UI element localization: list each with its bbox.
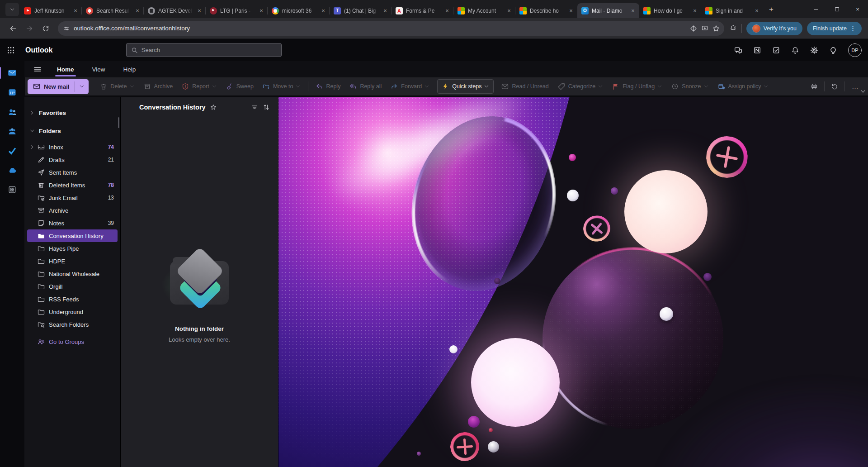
back-icon[interactable] xyxy=(6,22,20,35)
toolbar-undo[interactable] xyxy=(827,79,842,94)
chevron-down-icon[interactable] xyxy=(29,128,35,133)
site-info-icon[interactable] xyxy=(63,25,70,32)
browser-tab[interactable]: Jeff Knutson× xyxy=(20,3,82,18)
verify-profile-button[interactable]: Verify it's you xyxy=(746,22,802,35)
rail-groups-icon[interactable] xyxy=(5,124,19,138)
tab-close-icon[interactable]: × xyxy=(753,7,760,14)
tab-close-icon[interactable]: × xyxy=(382,7,389,14)
onenote-icon[interactable] xyxy=(753,46,761,54)
split-screen-icon[interactable] xyxy=(690,25,697,32)
scrollbar-thumb[interactable] xyxy=(118,117,119,128)
folder-item-drafts[interactable]: Drafts21 xyxy=(27,153,118,166)
toolbar-delete[interactable]: Delete xyxy=(96,79,138,94)
tips-bulb-icon[interactable] xyxy=(829,46,837,54)
toolbar-archive[interactable]: Archive xyxy=(140,79,177,94)
go-to-groups-link[interactable]: Go to Groups xyxy=(27,335,118,348)
maximize-button[interactable] xyxy=(826,0,847,18)
tab-close-icon[interactable]: × xyxy=(505,7,513,14)
toolbar-print[interactable] xyxy=(807,79,822,94)
filter-icon[interactable] xyxy=(251,104,258,111)
refresh-icon[interactable] xyxy=(39,22,52,35)
toolbar-sweep[interactable]: Sweep xyxy=(222,79,258,94)
tab-close-icon[interactable]: × xyxy=(567,7,575,14)
folders-section[interactable]: Folders xyxy=(24,124,120,137)
browser-tab-active[interactable]: Mail - Diamo× xyxy=(577,3,639,18)
finish-update-button[interactable]: Finish update ⋮ xyxy=(807,22,862,35)
folder-item-rss-feeds[interactable]: RSS Feeds xyxy=(27,293,118,305)
toolbar-forward[interactable]: Forward xyxy=(387,79,434,94)
chevron-right-icon[interactable] xyxy=(29,144,36,150)
rail-calendar-icon[interactable] xyxy=(5,86,19,99)
sort-icon[interactable] xyxy=(263,104,270,111)
folder-item-inbox[interactable]: Inbox74 xyxy=(27,141,118,153)
search-input[interactable] xyxy=(142,47,277,53)
folder-item-archive[interactable]: Archive xyxy=(27,204,118,217)
rail-todo-icon[interactable] xyxy=(5,144,19,157)
folder-item-deleted[interactable]: Deleted Items78 xyxy=(27,179,118,191)
folder-item-hayes-pipe[interactable]: Hayes Pipe xyxy=(27,242,118,255)
rail-more-apps-icon[interactable] xyxy=(5,183,19,196)
chevron-right-icon[interactable] xyxy=(29,110,35,115)
browser-tab[interactable]: Describe ho× xyxy=(515,3,577,18)
folder-item-sent[interactable]: Sent Items xyxy=(27,166,118,179)
ribbon-tab-home[interactable]: Home xyxy=(48,61,83,77)
folder-item-search-folders[interactable]: Search Folders xyxy=(27,318,118,331)
browser-tab[interactable]: AGTEK Devel× xyxy=(144,3,206,18)
favorite-star-icon[interactable] xyxy=(712,25,720,32)
toolbar-flag-unflag[interactable]: Flag / Unflag xyxy=(608,79,666,94)
toolbar-reply-all[interactable]: Reply all xyxy=(345,79,386,94)
tab-search-button[interactable] xyxy=(5,3,19,16)
app-launcher-icon[interactable] xyxy=(0,39,22,61)
url-box[interactable]: outlook.office.com/mail/conversationhist… xyxy=(58,21,724,36)
folder-item-underground[interactable]: Underground xyxy=(27,305,118,318)
rail-people-icon[interactable] xyxy=(5,105,19,119)
folder-item-conversation-history[interactable]: Conversation History xyxy=(27,229,118,242)
browser-tab[interactable]: LTG | Paris -× xyxy=(206,3,268,18)
tab-close-icon[interactable]: × xyxy=(134,7,141,14)
toolbar-quick-steps[interactable]: Quick steps xyxy=(437,79,494,94)
url-text[interactable]: outlook.office.com/mail/conversationhist… xyxy=(74,25,686,32)
folder-item-notes[interactable]: Notes39 xyxy=(27,217,118,229)
todo-icon[interactable] xyxy=(772,46,780,54)
favorites-section[interactable]: Favorites xyxy=(24,106,120,119)
toolbar-move-to[interactable]: Move to xyxy=(259,79,305,94)
favorite-star-icon[interactable] xyxy=(210,104,217,110)
settings-gear-icon[interactable] xyxy=(810,46,818,54)
hamburger-menu-icon[interactable] xyxy=(27,65,48,73)
toolbar-snooze[interactable]: Snooze xyxy=(667,79,712,94)
new-tab-button[interactable]: + xyxy=(765,3,778,16)
tab-close-icon[interactable]: × xyxy=(258,7,265,14)
rail-onedrive-icon[interactable] xyxy=(5,163,19,177)
new-mail-button[interactable]: New mail xyxy=(28,79,89,94)
tab-close-icon[interactable]: × xyxy=(72,7,79,14)
install-app-icon[interactable] xyxy=(701,25,708,32)
tab-close-icon[interactable]: × xyxy=(443,7,451,14)
ribbon-tab-help[interactable]: Help xyxy=(114,61,145,77)
browser-tab[interactable]: (1) Chat | Big× xyxy=(330,3,392,18)
tab-close-icon[interactable]: × xyxy=(691,7,698,14)
toolbar-categorize[interactable]: Categorize xyxy=(554,79,607,94)
kebab-menu-icon[interactable]: ⋮ xyxy=(850,25,856,32)
folder-item-national-wholesale[interactable]: National Wholesale xyxy=(27,267,118,280)
tab-close-icon[interactable]: × xyxy=(196,7,203,14)
browser-tab[interactable]: Sign in and× xyxy=(701,3,763,18)
extensions-icon[interactable] xyxy=(730,25,737,32)
toolbar-reply[interactable]: Reply xyxy=(311,79,344,94)
profile-avatar-initials[interactable]: DP xyxy=(848,43,862,57)
minimize-button[interactable] xyxy=(806,0,826,18)
toolbar-report[interactable]: Report xyxy=(178,79,221,94)
new-mail-dropdown[interactable] xyxy=(75,79,89,94)
rail-mail-icon[interactable] xyxy=(5,66,19,80)
notifications-icon[interactable] xyxy=(791,46,799,54)
search-box[interactable] xyxy=(126,43,282,57)
collapse-ribbon-icon[interactable] xyxy=(860,88,866,95)
close-window-button[interactable]: × xyxy=(847,0,868,18)
browser-tab[interactable]: microsoft 36× xyxy=(268,3,330,18)
folder-item-orgill[interactable]: Orgill xyxy=(27,280,118,293)
browser-tab[interactable]: Search Resul× xyxy=(82,3,144,18)
folder-item-junk[interactable]: Junk Email13 xyxy=(27,191,118,204)
toolbar-assign-policy[interactable]: Assign policy xyxy=(714,79,773,94)
folder-item-hdpe[interactable]: HDPE xyxy=(27,255,118,267)
forward-icon[interactable] xyxy=(23,22,36,35)
tab-close-icon[interactable]: × xyxy=(629,7,637,14)
